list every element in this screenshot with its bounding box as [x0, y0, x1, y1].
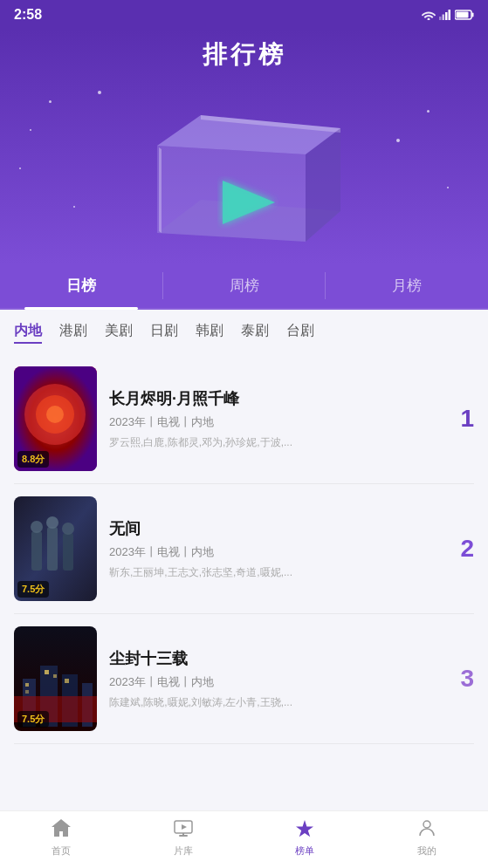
movie-cast-3: 陈建斌,陈晓,嗫妮,刘敏涛,左小青,王骁,... — [109, 695, 436, 710]
svg-point-34 — [423, 821, 430, 828]
svg-rect-25 — [25, 690, 29, 694]
poster-3: 7.5分 — [14, 626, 97, 731]
svg-rect-27 — [53, 674, 57, 678]
movie-title-3: 尘封十三载 — [109, 648, 436, 669]
score-badge-2: 7.5分 — [17, 581, 49, 598]
svg-rect-2 — [445, 12, 448, 20]
nav-ranking[interactable]: 榜单 — [244, 818, 367, 858]
tab-monthly[interactable]: 月榜 — [326, 263, 488, 308]
signal-icon — [439, 10, 451, 20]
svg-rect-32 — [179, 835, 188, 837]
genre-tw[interactable]: 台剧 — [286, 320, 314, 344]
nav-profile[interactable]: 我的 — [366, 818, 488, 858]
header: 排行榜 — [0, 30, 488, 263]
movie-meta-3: 2023年丨电视丨内地 — [109, 674, 436, 690]
svg-rect-33 — [182, 833, 184, 835]
rank-2: 2 — [448, 535, 474, 563]
svg-rect-24 — [25, 683, 29, 687]
movie-info-2: 无间 2023年丨电视丨内地 靳东,王丽坤,王志文,张志坚,奇道,嗫妮,... — [109, 518, 436, 580]
poster-1: 8.8分 — [14, 366, 97, 471]
movie-title-1: 长月烬明·月照千峰 — [109, 388, 436, 409]
movie-cast-2: 靳东,王丽坤,王志文,张志坚,奇道,嗫妮,... — [109, 565, 436, 580]
svg-rect-28 — [65, 679, 69, 683]
bottom-nav: 首页 片库 榜单 我的 — [0, 810, 488, 868]
hero-play-box — [131, 76, 358, 259]
genre-mainland[interactable]: 内地 — [14, 320, 42, 344]
movie-cast-1: 罗云熙,白鹿,陈都灵,邓为,孙珍妮,于波,... — [109, 435, 436, 450]
table-row[interactable]: 7.5分 无间 2023年丨电视丨内地 靳东,王丽坤,王志文,张志坚,奇道,嗫妮… — [14, 484, 474, 614]
table-row[interactable]: 7.5分 尘封十三载 2023年丨电视丨内地 陈建斌,陈晓,嗫妮,刘敏涛,左小青… — [14, 614, 474, 744]
svg-point-18 — [62, 523, 74, 535]
genre-kr[interactable]: 韩剧 — [196, 320, 223, 344]
status-icons — [422, 10, 474, 20]
nav-home[interactable]: 首页 — [0, 818, 122, 858]
table-row[interactable]: 8.8分 长月烬明·月照千峰 2023年丨电视丨内地 罗云熙,白鹿,陈都灵,邓为… — [14, 354, 474, 484]
score-badge-1: 8.8分 — [17, 451, 49, 468]
poster-2: 7.5分 — [14, 496, 97, 601]
ranking-icon — [294, 818, 315, 841]
page-title: 排行榜 — [0, 38, 488, 72]
rank-3: 3 — [448, 665, 474, 693]
status-bar: 2:58 — [0, 0, 488, 30]
profile-icon — [416, 818, 437, 841]
nav-profile-label: 我的 — [417, 844, 436, 858]
content-list: 8.8分 长月烬明·月照千峰 2023年丨电视丨内地 罗云熙,白鹿,陈都灵,邓为… — [0, 354, 488, 744]
svg-rect-0 — [439, 17, 442, 20]
tab-weekly[interactable]: 周榜 — [163, 263, 326, 308]
home-icon — [51, 818, 72, 841]
svg-rect-15 — [63, 533, 73, 571]
library-icon — [173, 818, 194, 841]
genre-th[interactable]: 泰剧 — [241, 320, 269, 344]
hero-image — [0, 72, 488, 263]
nav-home-label: 首页 — [52, 844, 71, 858]
svg-marker-31 — [182, 824, 187, 830]
battery-icon — [455, 10, 474, 20]
svg-rect-6 — [472, 13, 474, 17]
movie-info-3: 尘封十三载 2023年丨电视丨内地 陈建斌,陈晓,嗫妮,刘敏涛,左小青,王骁,.… — [109, 648, 436, 710]
genre-jp[interactable]: 日剧 — [150, 320, 178, 344]
movie-meta-1: 2023年丨电视丨内地 — [109, 414, 436, 430]
movie-title-2: 无间 — [109, 518, 436, 539]
svg-rect-14 — [47, 527, 58, 571]
nav-library-label: 片库 — [174, 844, 193, 858]
wifi-icon — [422, 10, 436, 20]
rank-1: 1 — [448, 405, 474, 433]
nav-ranking-label: 榜单 — [295, 844, 314, 858]
svg-rect-26 — [45, 670, 49, 674]
time: 2:58 — [14, 7, 42, 23]
svg-rect-5 — [457, 12, 469, 18]
movie-meta-2: 2023年丨电视丨内地 — [109, 544, 436, 560]
genre-hk[interactable]: 港剧 — [59, 320, 87, 344]
tab-daily[interactable]: 日榜 — [0, 263, 162, 308]
svg-point-11 — [46, 406, 64, 423]
svg-rect-13 — [31, 531, 42, 571]
svg-point-17 — [46, 516, 58, 529]
tab-bar: 日榜 周榜 月榜 — [0, 263, 488, 310]
svg-rect-1 — [443, 15, 445, 21]
score-badge-3: 7.5分 — [17, 711, 49, 728]
movie-info-1: 长月烬明·月照千峰 2023年丨电视丨内地 罗云熙,白鹿,陈都灵,邓为,孙珍妮,… — [109, 388, 436, 450]
nav-library[interactable]: 片库 — [122, 818, 244, 858]
svg-rect-3 — [449, 10, 451, 20]
svg-point-16 — [31, 521, 43, 533]
genre-us[interactable]: 美剧 — [105, 320, 133, 344]
genre-filter: 内地 港剧 美剧 日剧 韩剧 泰剧 台剧 — [0, 310, 488, 354]
